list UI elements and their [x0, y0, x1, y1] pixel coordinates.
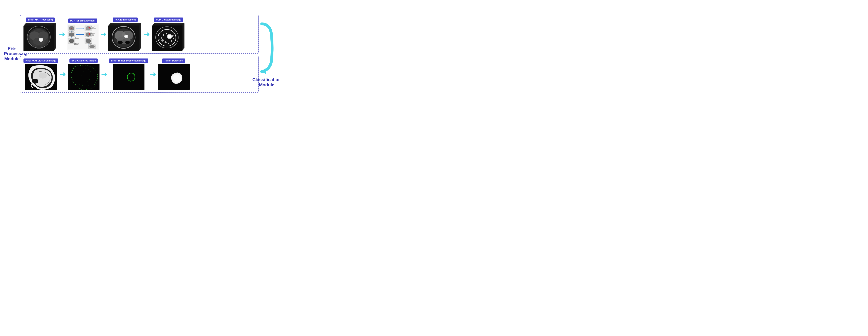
svg-point-74: [175, 39, 176, 40]
svg-point-77: [39, 72, 47, 79]
svg-point-7: [39, 38, 42, 41]
svg-text:Weighting: Weighting: [74, 44, 79, 45]
svg-rect-143: [113, 64, 145, 90]
svg-rect-135: [81, 82, 82, 82]
svg-point-71: [160, 33, 160, 34]
arrow-2: ➜: [100, 30, 107, 38]
brain-mri-label: Brain MRI Processing: [26, 18, 55, 22]
svg-rect-124: [79, 75, 79, 76]
svg-rect-105: [73, 82, 74, 83]
brain-mri-image-stack: [24, 23, 57, 51]
svg-rect-86: [92, 67, 92, 67]
svg-rect-78: [68, 64, 99, 90]
svg-point-57: [156, 27, 178, 48]
svg-rect-122: [87, 72, 87, 72]
svg-rect-137: [87, 82, 88, 82]
top-row: Brain MRI Processing: [20, 15, 259, 54]
right-side-area: ClassificationModule: [259, 15, 275, 93]
pca-stack-front: [108, 26, 139, 51]
pca-enhancement-label: PCA for Enhancement: [68, 19, 97, 23]
tumor-segment-svg: [113, 64, 145, 90]
svg-rect-108: [71, 75, 71, 75]
svg-point-62: [172, 35, 174, 37]
step-final-fcm: Final FCM Clustered Image: [24, 59, 58, 90]
fcm-cluster-label: FCM Clustering Image: [154, 18, 183, 22]
svg-rect-90: [97, 74, 98, 74]
step-pca-enhancement: PCA for Enhancement I RGB: [67, 19, 99, 50]
svg-rect-113: [77, 66, 78, 66]
svg-point-73: [159, 39, 160, 40]
svg-rect-9: [37, 47, 40, 49]
svm-cluster-label: SVM Clustered Image: [69, 59, 98, 63]
svg-rect-92: [97, 78, 98, 79]
svg-rect-80: [80, 65, 81, 66]
pca-result-stack: [108, 23, 142, 51]
svg-text:RGB: RGB: [71, 30, 73, 31]
svg-rect-96: [93, 86, 93, 87]
svg-rect-125: [82, 75, 82, 75]
pca-enhancement-image: I RGB: [67, 24, 99, 50]
step-tumor-segment: Brain Tumor Segmented Image: [109, 59, 148, 90]
pca-diagram-svg: I RGB: [68, 24, 98, 50]
svg-rect-97: [91, 88, 91, 88]
svg-rect-131: [83, 78, 84, 79]
svg-rect-115: [83, 68, 83, 68]
svg-point-65: [166, 33, 167, 34]
svg-rect-130: [80, 79, 81, 79]
svg-rect-127: [88, 75, 88, 76]
arrow-1: ➜: [59, 30, 65, 38]
svg-text:Image: Image: [89, 43, 91, 44]
svg-rect-104: [75, 84, 75, 85]
svg-rect-98: [89, 89, 89, 89]
svg-rect-107: [71, 77, 72, 78]
svg-point-69: [173, 38, 174, 39]
svg-rect-117: [89, 69, 89, 70]
svg-rect-134: [78, 81, 78, 82]
final-fcm-image: [25, 64, 57, 90]
svg-text:I: I: [71, 28, 72, 29]
svg-rect-109: [71, 72, 72, 73]
svg-rect-116: [86, 68, 86, 69]
svg-rect-83: [86, 65, 86, 66]
arrow-6: ➜: [150, 70, 156, 78]
svg-rect-112: [75, 66, 76, 67]
svg-rect-132: [86, 79, 87, 79]
svg-rect-121: [84, 71, 84, 72]
svg-point-61: [163, 34, 164, 36]
svg-rect-110: [72, 70, 73, 71]
step-svm-cluster: SVM Clustered Image: [68, 59, 99, 90]
final-fcm-svg: [25, 64, 57, 90]
svg-point-52: [125, 35, 127, 37]
svg-rect-84: [88, 65, 88, 66]
svg-rect-119: [78, 72, 78, 73]
arrow-4: ➜: [60, 70, 66, 78]
svg-rect-123: [90, 73, 90, 74]
svg-rect-120: [81, 72, 81, 72]
svg-rect-95: [94, 84, 95, 85]
svg-point-55: [125, 41, 130, 44]
svg-rect-141: [86, 86, 86, 86]
svg-point-54: [118, 41, 123, 44]
svg-point-76: [32, 79, 38, 84]
svg-rect-126: [85, 74, 85, 75]
svg-point-28: [89, 45, 95, 48]
tumor-segment-label: Brain Tumor Segmented Image: [109, 59, 148, 63]
svg-point-23: [86, 32, 91, 37]
svg-rect-101: [81, 89, 82, 90]
svg-text:Eigen Value: Eigen Value: [74, 43, 80, 44]
svg-rect-106: [72, 80, 73, 80]
svg-rect-91: [97, 76, 98, 77]
tumor-segment-image: [113, 64, 145, 90]
final-fcm-label: Final FCM Clustered Image: [24, 59, 58, 63]
svg-rect-89: [96, 72, 97, 72]
svg-rect-133: [89, 79, 90, 80]
svg-rect-85: [90, 66, 90, 66]
svg-rect-128: [92, 77, 92, 77]
rows-container: Brain MRI Processing: [20, 15, 259, 93]
svg-point-60: [167, 35, 172, 38]
svg-rect-114: [80, 69, 80, 69]
classification-label: ClassificationModule: [252, 77, 279, 88]
svg-text:Normalisation: Normalisation: [90, 28, 96, 29]
svg-rect-136: [84, 82, 84, 82]
mri-stack-front: [24, 26, 54, 51]
